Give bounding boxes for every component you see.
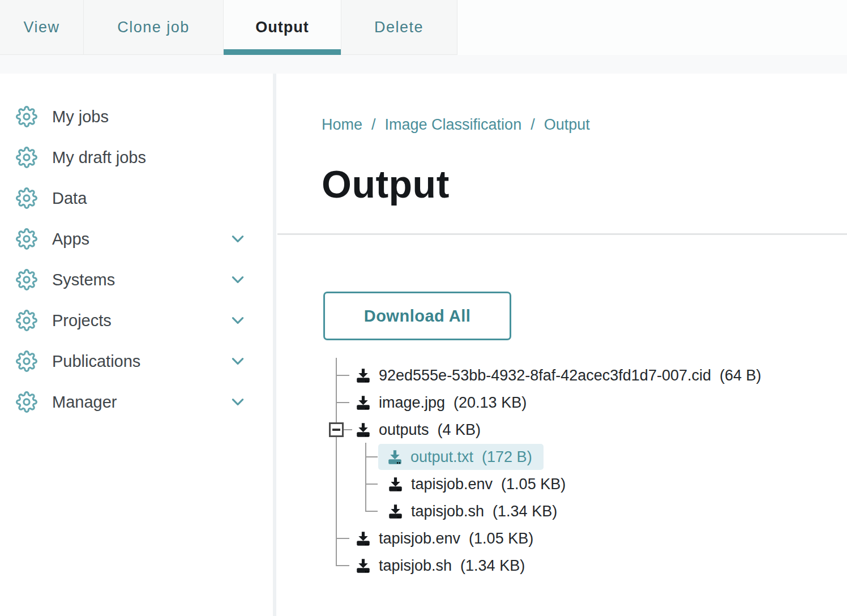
tree-branch-line [365, 443, 366, 512]
sidebar-item-my-jobs[interactable]: My jobs [0, 96, 273, 137]
tab-delete[interactable]: Delete [341, 0, 456, 54]
tree-file-row[interactable]: 92ed555e-53bb-4932-8faf-42acec3fd1d7-007… [356, 363, 762, 388]
section-divider [277, 233, 847, 235]
chevron-down-icon[interactable] [230, 394, 246, 410]
sidebar-item-label: My draft jobs [52, 148, 146, 167]
tree-file-row[interactable]: tapisjob.env (1.05 KB) [356, 526, 533, 551]
sidebar-item-apps[interactable]: Apps [0, 219, 273, 259]
sidebar-item-systems[interactable]: Systems [0, 259, 273, 300]
gear-icon [16, 269, 37, 290]
file-name: 92ed555e-53bb-4932-8faf-42acec3fd1d7-007… [379, 367, 711, 384]
download-icon [388, 504, 403, 519]
tree-connector-line [337, 402, 349, 403]
sidebar-item-label: Apps [52, 230, 89, 249]
breadcrumb-separator: / [531, 116, 535, 134]
gear-icon [16, 187, 37, 209]
file-name: image.jpg [379, 394, 445, 412]
file-name: tapisjob.env [411, 476, 493, 493]
file-name: tapisjob.sh [379, 557, 452, 575]
tab-clone-job[interactable]: Clone job [84, 0, 224, 54]
file-size: (1.05 KB) [501, 476, 566, 493]
file-size: (1.34 KB) [460, 557, 525, 575]
folder-size: (4 KB) [438, 421, 481, 439]
download-icon [356, 368, 371, 383]
sidebar-item-publications[interactable]: Publications [0, 341, 273, 382]
breadcrumb-home-link[interactable]: Home [322, 116, 362, 134]
sidebar-item-label: Systems [52, 271, 115, 289]
page-title: Output [322, 162, 847, 206]
breadcrumb-separator: / [371, 116, 376, 134]
gear-icon [16, 106, 37, 127]
tree-connector-line [337, 538, 349, 539]
breadcrumb-job-link[interactable]: Image Classification [385, 116, 522, 134]
chevron-down-icon[interactable] [230, 231, 246, 247]
output-file-tree: 92ed555e-53bb-4932-8faf-42acec3fd1d7-007… [336, 358, 847, 584]
file-name: output.txt [410, 448, 473, 466]
file-name: tapisjob.sh [411, 503, 484, 520]
tree-file-row-selected[interactable]: output.txt (172 B) [378, 444, 544, 470]
tree-file-row[interactable]: tapisjob.sh (1.34 KB) [356, 553, 525, 578]
download-all-button[interactable]: Download All [323, 292, 511, 340]
minus-icon [332, 429, 340, 431]
download-icon [356, 422, 371, 438]
sidebar-item-label: My jobs [52, 108, 109, 126]
tab-output[interactable]: Output [224, 0, 341, 54]
sidebar-item-label: Manager [52, 393, 117, 412]
tree-connector-line [366, 456, 378, 457]
file-size: (1.05 KB) [469, 530, 533, 547]
download-icon [388, 477, 403, 492]
download-icon [356, 558, 371, 574]
download-icon [356, 395, 371, 410]
sidebar-item-my-draft-jobs[interactable]: My draft jobs [0, 137, 273, 178]
sidebar-item-label: Publications [52, 352, 140, 371]
gear-icon [16, 147, 37, 168]
chevron-down-icon[interactable] [230, 353, 246, 369]
tree-file-row[interactable]: image.jpg (20.13 KB) [356, 390, 527, 415]
job-action-tabbar: View Clone job Output Delete [0, 0, 847, 55]
sidebar-item-data[interactable]: Data [0, 178, 273, 219]
chevron-down-icon[interactable] [230, 313, 246, 328]
tree-folder-row[interactable]: outputs (4 KB) [356, 417, 481, 442]
tree-connector-line [344, 429, 352, 430]
tree-connector-line [337, 565, 349, 566]
job-action-tabgroup: View Clone job Output Delete [0, 0, 457, 55]
collapse-toggle-outputs[interactable] [329, 422, 344, 437]
sidebar-item-label: Projects [52, 311, 112, 330]
file-size: (1.34 KB) [493, 503, 557, 520]
sidebar-nav: My jobs My draft jobs Data Apps Systems … [0, 74, 276, 616]
breadcrumb-current[interactable]: Output [544, 116, 590, 134]
tree-connector-line [366, 511, 378, 512]
chevron-down-icon[interactable] [230, 272, 246, 288]
sidebar-item-manager[interactable]: Manager [0, 382, 273, 422]
tree-file-row[interactable]: tapisjob.env (1.05 KB) [388, 472, 566, 497]
download-icon [387, 450, 403, 465]
file-size: (172 B) [482, 448, 532, 466]
gear-icon [16, 350, 37, 372]
download-icon [356, 531, 371, 546]
sidebar-item-projects[interactable]: Projects [0, 300, 273, 341]
tabbar-spacer-band [0, 55, 847, 74]
sidebar-item-label: Data [52, 189, 87, 208]
main-panel: Home / Image Classification / Output Out… [276, 74, 847, 616]
gear-icon [16, 228, 37, 250]
file-size: (64 B) [720, 367, 762, 384]
tree-root-line [336, 358, 337, 566]
tree-file-row[interactable]: tapisjob.sh (1.34 KB) [388, 499, 557, 524]
tab-view[interactable]: View [0, 0, 84, 54]
file-name: tapisjob.env [379, 530, 460, 547]
gear-icon [16, 391, 37, 413]
breadcrumb: Home / Image Classification / Output [322, 116, 847, 134]
gear-icon [16, 310, 37, 331]
tree-connector-line [337, 375, 349, 376]
file-size: (20.13 KB) [454, 394, 527, 412]
tree-connector-line [366, 484, 378, 485]
folder-name: outputs [379, 421, 429, 439]
